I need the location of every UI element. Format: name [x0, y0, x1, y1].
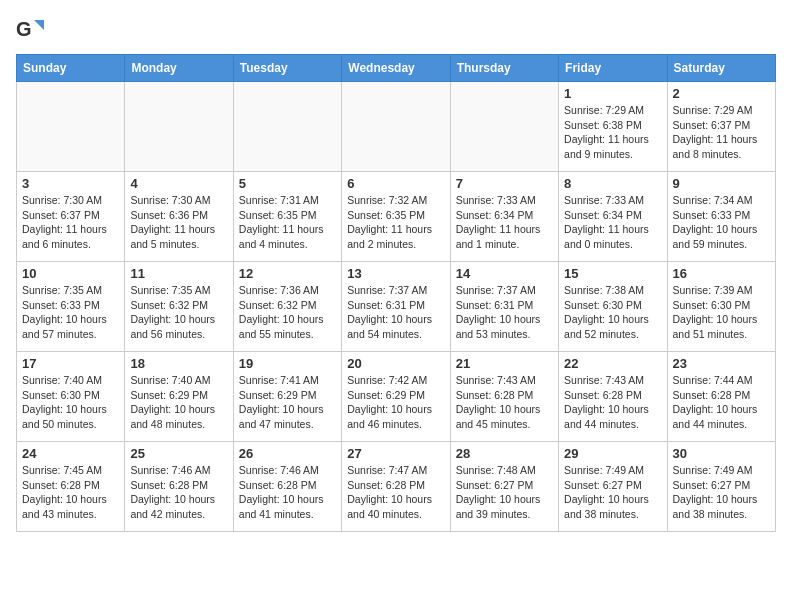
day-info: Sunrise: 7:47 AMSunset: 6:28 PMDaylight:…: [347, 463, 444, 522]
day-number: 14: [456, 266, 553, 281]
day-number: 15: [564, 266, 661, 281]
day-info: Sunrise: 7:33 AMSunset: 6:34 PMDaylight:…: [564, 193, 661, 252]
day-number: 28: [456, 446, 553, 461]
day-info: Sunrise: 7:29 AMSunset: 6:37 PMDaylight:…: [673, 103, 770, 162]
calendar-cell: 13Sunrise: 7:37 AMSunset: 6:31 PMDayligh…: [342, 262, 450, 352]
day-number: 18: [130, 356, 227, 371]
day-info: Sunrise: 7:37 AMSunset: 6:31 PMDaylight:…: [456, 283, 553, 342]
calendar-cell: 10Sunrise: 7:35 AMSunset: 6:33 PMDayligh…: [17, 262, 125, 352]
calendar-cell: 11Sunrise: 7:35 AMSunset: 6:32 PMDayligh…: [125, 262, 233, 352]
logo: G: [16, 16, 48, 44]
calendar-cell: [342, 82, 450, 172]
calendar-cell: [450, 82, 558, 172]
day-number: 12: [239, 266, 336, 281]
day-info: Sunrise: 7:41 AMSunset: 6:29 PMDaylight:…: [239, 373, 336, 432]
day-info: Sunrise: 7:44 AMSunset: 6:28 PMDaylight:…: [673, 373, 770, 432]
calendar-cell: 8Sunrise: 7:33 AMSunset: 6:34 PMDaylight…: [559, 172, 667, 262]
calendar-cell: 15Sunrise: 7:38 AMSunset: 6:30 PMDayligh…: [559, 262, 667, 352]
day-number: 20: [347, 356, 444, 371]
calendar-cell: 24Sunrise: 7:45 AMSunset: 6:28 PMDayligh…: [17, 442, 125, 532]
day-info: Sunrise: 7:46 AMSunset: 6:28 PMDaylight:…: [130, 463, 227, 522]
calendar-cell: 25Sunrise: 7:46 AMSunset: 6:28 PMDayligh…: [125, 442, 233, 532]
calendar: SundayMondayTuesdayWednesdayThursdayFrid…: [16, 54, 776, 532]
day-info: Sunrise: 7:35 AMSunset: 6:32 PMDaylight:…: [130, 283, 227, 342]
day-number: 9: [673, 176, 770, 191]
day-number: 3: [22, 176, 119, 191]
day-info: Sunrise: 7:30 AMSunset: 6:36 PMDaylight:…: [130, 193, 227, 252]
calendar-week-2: 3Sunrise: 7:30 AMSunset: 6:37 PMDaylight…: [17, 172, 776, 262]
weekday-header-saturday: Saturday: [667, 55, 775, 82]
calendar-cell: 5Sunrise: 7:31 AMSunset: 6:35 PMDaylight…: [233, 172, 341, 262]
day-number: 24: [22, 446, 119, 461]
calendar-week-4: 17Sunrise: 7:40 AMSunset: 6:30 PMDayligh…: [17, 352, 776, 442]
calendar-cell: 16Sunrise: 7:39 AMSunset: 6:30 PMDayligh…: [667, 262, 775, 352]
day-info: Sunrise: 7:45 AMSunset: 6:28 PMDaylight:…: [22, 463, 119, 522]
calendar-week-5: 24Sunrise: 7:45 AMSunset: 6:28 PMDayligh…: [17, 442, 776, 532]
page-header: G: [16, 16, 776, 44]
day-info: Sunrise: 7:43 AMSunset: 6:28 PMDaylight:…: [456, 373, 553, 432]
day-number: 25: [130, 446, 227, 461]
day-number: 11: [130, 266, 227, 281]
weekday-header-thursday: Thursday: [450, 55, 558, 82]
day-info: Sunrise: 7:33 AMSunset: 6:34 PMDaylight:…: [456, 193, 553, 252]
day-number: 2: [673, 86, 770, 101]
day-number: 6: [347, 176, 444, 191]
day-number: 5: [239, 176, 336, 191]
day-number: 4: [130, 176, 227, 191]
calendar-cell: 30Sunrise: 7:49 AMSunset: 6:27 PMDayligh…: [667, 442, 775, 532]
calendar-cell: 6Sunrise: 7:32 AMSunset: 6:35 PMDaylight…: [342, 172, 450, 262]
logo-icon: G: [16, 16, 44, 44]
day-info: Sunrise: 7:32 AMSunset: 6:35 PMDaylight:…: [347, 193, 444, 252]
calendar-cell: [17, 82, 125, 172]
day-number: 16: [673, 266, 770, 281]
day-number: 27: [347, 446, 444, 461]
weekday-header-sunday: Sunday: [17, 55, 125, 82]
day-info: Sunrise: 7:39 AMSunset: 6:30 PMDaylight:…: [673, 283, 770, 342]
svg-marker-1: [34, 20, 44, 30]
calendar-cell: 29Sunrise: 7:49 AMSunset: 6:27 PMDayligh…: [559, 442, 667, 532]
calendar-week-1: 1Sunrise: 7:29 AMSunset: 6:38 PMDaylight…: [17, 82, 776, 172]
weekday-header-wednesday: Wednesday: [342, 55, 450, 82]
day-number: 1: [564, 86, 661, 101]
calendar-cell: 22Sunrise: 7:43 AMSunset: 6:28 PMDayligh…: [559, 352, 667, 442]
calendar-cell: 2Sunrise: 7:29 AMSunset: 6:37 PMDaylight…: [667, 82, 775, 172]
calendar-cell: 21Sunrise: 7:43 AMSunset: 6:28 PMDayligh…: [450, 352, 558, 442]
day-info: Sunrise: 7:43 AMSunset: 6:28 PMDaylight:…: [564, 373, 661, 432]
day-number: 23: [673, 356, 770, 371]
day-number: 26: [239, 446, 336, 461]
calendar-cell: 17Sunrise: 7:40 AMSunset: 6:30 PMDayligh…: [17, 352, 125, 442]
day-info: Sunrise: 7:48 AMSunset: 6:27 PMDaylight:…: [456, 463, 553, 522]
calendar-week-3: 10Sunrise: 7:35 AMSunset: 6:33 PMDayligh…: [17, 262, 776, 352]
calendar-cell: 7Sunrise: 7:33 AMSunset: 6:34 PMDaylight…: [450, 172, 558, 262]
day-info: Sunrise: 7:46 AMSunset: 6:28 PMDaylight:…: [239, 463, 336, 522]
day-number: 7: [456, 176, 553, 191]
day-info: Sunrise: 7:30 AMSunset: 6:37 PMDaylight:…: [22, 193, 119, 252]
calendar-cell: 26Sunrise: 7:46 AMSunset: 6:28 PMDayligh…: [233, 442, 341, 532]
calendar-header-row: SundayMondayTuesdayWednesdayThursdayFrid…: [17, 55, 776, 82]
calendar-cell: 1Sunrise: 7:29 AMSunset: 6:38 PMDaylight…: [559, 82, 667, 172]
weekday-header-friday: Friday: [559, 55, 667, 82]
day-info: Sunrise: 7:31 AMSunset: 6:35 PMDaylight:…: [239, 193, 336, 252]
day-info: Sunrise: 7:40 AMSunset: 6:29 PMDaylight:…: [130, 373, 227, 432]
calendar-cell: 28Sunrise: 7:48 AMSunset: 6:27 PMDayligh…: [450, 442, 558, 532]
day-number: 21: [456, 356, 553, 371]
day-number: 29: [564, 446, 661, 461]
calendar-cell: 14Sunrise: 7:37 AMSunset: 6:31 PMDayligh…: [450, 262, 558, 352]
calendar-cell: 3Sunrise: 7:30 AMSunset: 6:37 PMDaylight…: [17, 172, 125, 262]
day-info: Sunrise: 7:38 AMSunset: 6:30 PMDaylight:…: [564, 283, 661, 342]
calendar-cell: 12Sunrise: 7:36 AMSunset: 6:32 PMDayligh…: [233, 262, 341, 352]
calendar-cell: 4Sunrise: 7:30 AMSunset: 6:36 PMDaylight…: [125, 172, 233, 262]
calendar-cell: 23Sunrise: 7:44 AMSunset: 6:28 PMDayligh…: [667, 352, 775, 442]
calendar-cell: [233, 82, 341, 172]
calendar-cell: 27Sunrise: 7:47 AMSunset: 6:28 PMDayligh…: [342, 442, 450, 532]
day-number: 22: [564, 356, 661, 371]
day-info: Sunrise: 7:35 AMSunset: 6:33 PMDaylight:…: [22, 283, 119, 342]
calendar-cell: [125, 82, 233, 172]
day-number: 13: [347, 266, 444, 281]
day-info: Sunrise: 7:40 AMSunset: 6:30 PMDaylight:…: [22, 373, 119, 432]
calendar-cell: 18Sunrise: 7:40 AMSunset: 6:29 PMDayligh…: [125, 352, 233, 442]
calendar-cell: 19Sunrise: 7:41 AMSunset: 6:29 PMDayligh…: [233, 352, 341, 442]
day-info: Sunrise: 7:29 AMSunset: 6:38 PMDaylight:…: [564, 103, 661, 162]
svg-text:G: G: [16, 18, 32, 40]
weekday-header-tuesday: Tuesday: [233, 55, 341, 82]
